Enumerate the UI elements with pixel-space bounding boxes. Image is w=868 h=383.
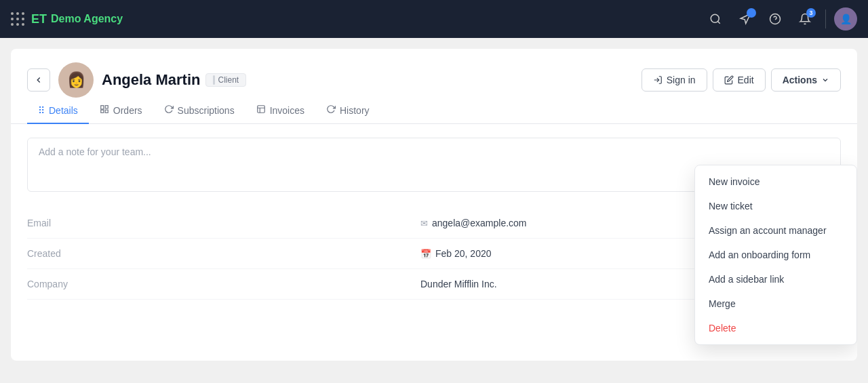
search-icon bbox=[709, 13, 722, 25]
sign-in-button[interactable]: Sign in bbox=[642, 68, 707, 92]
actions-button[interactable]: Actions bbox=[771, 68, 841, 92]
dropdown-new-invoice[interactable]: New invoice bbox=[695, 169, 856, 194]
avatar-initials: 👤 bbox=[840, 14, 852, 24]
arrow-left-icon bbox=[34, 75, 43, 85]
bell-button[interactable]: 3 bbox=[793, 7, 817, 31]
actions-label: Actions bbox=[783, 75, 817, 85]
email-text: angela@example.com bbox=[432, 218, 527, 228]
tab-orders-label: Orders bbox=[113, 105, 142, 116]
tab-history-label: History bbox=[340, 105, 370, 116]
orders-icon bbox=[100, 104, 109, 116]
edit-icon bbox=[724, 75, 734, 85]
invoices-icon bbox=[256, 104, 266, 116]
app-logo[interactable]: ET Demo Agency bbox=[31, 12, 123, 26]
company-text: Dunder Mifflin Inc. bbox=[420, 279, 497, 289]
badge-separator bbox=[213, 75, 215, 85]
topnav-right: 3 👤 bbox=[703, 7, 857, 31]
dropdown-add-onboarding-form[interactable]: Add an onboarding form bbox=[695, 243, 856, 267]
dropdown-merge[interactable]: Merge bbox=[695, 291, 856, 316]
svg-rect-8 bbox=[105, 110, 108, 113]
company-label: Company bbox=[27, 279, 420, 289]
bell-badge: 3 bbox=[806, 8, 816, 18]
help-button[interactable] bbox=[763, 7, 787, 31]
user-avatar[interactable]: 👤 bbox=[834, 7, 857, 31]
sign-in-icon bbox=[653, 75, 663, 85]
svg-rect-5 bbox=[101, 106, 104, 109]
profile-name: Angela Martin bbox=[102, 71, 200, 89]
dropdown-new-ticket[interactable]: New ticket bbox=[695, 194, 856, 218]
tabs-bar: ⠿ Details Orders Subscriptions Invoices bbox=[27, 98, 841, 123]
email-value: ✉ angela@example.com bbox=[420, 218, 527, 228]
actions-dropdown: New invoice New ticket Assign an account… bbox=[694, 165, 857, 345]
dropdown-delete[interactable]: Delete bbox=[695, 316, 856, 340]
dropdown-assign-account-manager[interactable]: Assign an account manager bbox=[695, 218, 856, 243]
subscriptions-icon bbox=[164, 104, 174, 116]
grid-icon bbox=[11, 12, 23, 26]
announcements-button[interactable] bbox=[733, 7, 757, 31]
svg-rect-7 bbox=[105, 106, 108, 108]
content-area: Add a note for your team... Email ✉ ange… bbox=[11, 124, 857, 313]
announcements-badge bbox=[747, 8, 756, 18]
client-badge: Client bbox=[205, 73, 246, 87]
topnav: ET Demo Agency 3 👤 bbox=[0, 0, 868, 38]
sign-in-label: Sign in bbox=[667, 75, 696, 85]
svg-rect-6 bbox=[101, 110, 104, 113]
help-icon bbox=[769, 13, 781, 25]
profile-avatar: 👩 bbox=[58, 62, 94, 98]
svg-rect-9 bbox=[257, 106, 264, 113]
tab-subscriptions[interactable]: Subscriptions bbox=[153, 98, 245, 124]
dropdown-add-sidebar-link[interactable]: Add a sidebar link bbox=[695, 267, 856, 291]
back-button[interactable] bbox=[27, 68, 50, 92]
tab-invoices-label: Invoices bbox=[270, 105, 304, 116]
edit-label: Edit bbox=[738, 75, 754, 85]
tab-subscriptions-label: Subscriptions bbox=[178, 105, 235, 116]
profile-header: 👩 Angela Martin Client Sign in Edit Acti… bbox=[11, 49, 857, 124]
badge-label: Client bbox=[218, 75, 239, 85]
created-label: Created bbox=[27, 248, 420, 259]
email-label: Email bbox=[27, 218, 420, 228]
edit-button[interactable]: Edit bbox=[713, 68, 766, 92]
profile-actions: Sign in Edit Actions bbox=[642, 68, 841, 92]
tab-history[interactable]: History bbox=[315, 98, 380, 124]
app-name: Demo Agency bbox=[51, 13, 123, 25]
profile-top-row: 👩 Angela Martin Client Sign in Edit Acti… bbox=[27, 62, 841, 98]
tab-details[interactable]: ⠿ Details bbox=[27, 98, 89, 124]
chevron-down-icon bbox=[821, 76, 829, 84]
search-button[interactable] bbox=[703, 7, 728, 31]
logo-icon: ET bbox=[31, 12, 47, 26]
details-icon: ⠿ bbox=[38, 105, 45, 116]
history-icon bbox=[326, 104, 336, 116]
nav-divider bbox=[825, 9, 826, 28]
main-content: 👩 Angela Martin Client Sign in Edit Acti… bbox=[11, 49, 857, 361]
tab-orders[interactable]: Orders bbox=[89, 98, 153, 124]
svg-line-1 bbox=[717, 21, 719, 23]
company-value: Dunder Mifflin Inc. bbox=[420, 279, 497, 289]
svg-point-0 bbox=[711, 14, 719, 22]
email-icon: ✉ bbox=[420, 218, 428, 228]
profile-avatar-img: 👩 bbox=[67, 71, 85, 89]
calendar-icon: 📅 bbox=[420, 249, 431, 259]
tab-details-label: Details bbox=[49, 105, 78, 116]
created-value: 📅 Feb 20, 2020 bbox=[420, 248, 492, 259]
note-placeholder: Add a note for your team... bbox=[39, 146, 151, 157]
tab-invoices[interactable]: Invoices bbox=[245, 98, 315, 124]
created-text: Feb 20, 2020 bbox=[435, 248, 492, 259]
